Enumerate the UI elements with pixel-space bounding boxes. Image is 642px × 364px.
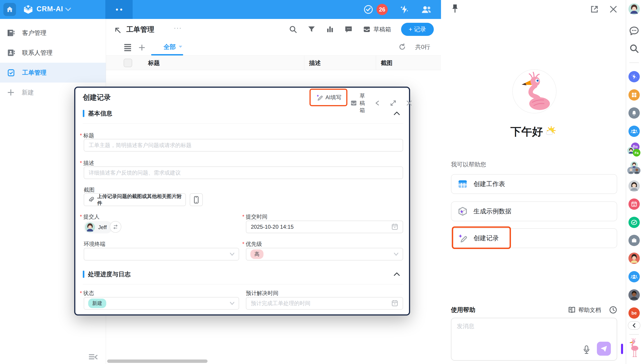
collapse-section-icon[interactable] bbox=[394, 111, 400, 116]
sidebar-item-workorders[interactable]: 工单管理 bbox=[0, 63, 106, 82]
workspace-ro-fa-avatar[interactable]: Ro Fa bbox=[628, 144, 640, 156]
column-header-title[interactable]: 标题 bbox=[148, 59, 160, 67]
required-mark: * bbox=[242, 214, 244, 220]
notification-bell-icon[interactable] bbox=[628, 107, 640, 119]
chat-bubble-icon[interactable] bbox=[629, 26, 640, 36]
briefcase-app-icon[interactable] bbox=[628, 235, 640, 246]
close-panel-icon[interactable] bbox=[609, 5, 618, 14]
add-view-icon[interactable] bbox=[138, 44, 146, 52]
required-mark: * bbox=[80, 290, 82, 296]
required-mark: * bbox=[80, 132, 82, 138]
notification-badge[interactable]: 26 bbox=[376, 4, 388, 15]
title-input[interactable] bbox=[84, 139, 403, 152]
ai-fill-button-highlighted[interactable]: AI填写 bbox=[310, 89, 348, 106]
column-header-shot[interactable]: 截图 bbox=[381, 59, 392, 67]
section-progress-title: 处理进度与日志 bbox=[88, 270, 130, 278]
help-doc-link[interactable]: 帮助文档 bbox=[568, 306, 601, 314]
view-more-menu[interactable]: ··· bbox=[174, 24, 182, 32]
team-group-icon-2[interactable] bbox=[628, 271, 640, 282]
submit-time-input[interactable] bbox=[246, 220, 403, 233]
collapse-section-icon[interactable] bbox=[394, 272, 400, 276]
more-tab-icon bbox=[116, 8, 118, 10]
env-select[interactable] bbox=[84, 248, 239, 260]
sidebar-item-contacts[interactable]: 联系人管理 bbox=[0, 43, 106, 63]
submitter-chip[interactable]: Jeff bbox=[84, 221, 112, 234]
view-list-icon[interactable] bbox=[124, 44, 132, 52]
badge-be-app[interactable]: be bbox=[628, 308, 640, 319]
app-switcher-caret-icon[interactable] bbox=[65, 7, 71, 12]
action-generate-sample-data[interactable]: 生成示例数据 bbox=[451, 202, 617, 221]
flamingo-mascot-small[interactable] bbox=[628, 338, 640, 359]
app-name[interactable]: CRM-AI bbox=[36, 5, 63, 13]
ai-lightning-icon[interactable] bbox=[400, 4, 410, 14]
status-select[interactable]: 新建 bbox=[84, 297, 239, 310]
refresh-icon[interactable] bbox=[398, 43, 406, 51]
swap-user-button[interactable] bbox=[110, 221, 121, 233]
group-avatar-cluster[interactable] bbox=[628, 162, 640, 174]
open-in-new-icon[interactable] bbox=[590, 5, 599, 14]
modal-draftbox-button[interactable]: 草稿箱 bbox=[350, 92, 365, 114]
calendar-day-app-icon[interactable]: 20 bbox=[628, 198, 640, 210]
upload-label: 上传记录问题的截图或其他相关图片附件 bbox=[97, 193, 182, 206]
ai-bolt-app-icon[interactable] bbox=[628, 71, 640, 82]
select-all-checkbox[interactable] bbox=[124, 59, 132, 67]
mobile-upload-button[interactable] bbox=[190, 193, 203, 206]
action-create-worksheet[interactable]: 创建工作表 bbox=[451, 174, 617, 194]
new-record-button[interactable]: + 记录 bbox=[401, 23, 434, 36]
message-input[interactable] bbox=[457, 322, 583, 349]
tab-all[interactable]: 全部 bbox=[164, 43, 182, 51]
task-check-icon[interactable] bbox=[364, 4, 373, 14]
close-icon[interactable] bbox=[406, 100, 413, 107]
cube-sparkle-icon bbox=[458, 206, 468, 216]
column-divider[interactable] bbox=[304, 56, 304, 70]
desc-input[interactable] bbox=[84, 166, 403, 179]
filter-icon[interactable] bbox=[307, 25, 316, 34]
draftbox-icon bbox=[350, 100, 357, 107]
approval-check-icon[interactable] bbox=[628, 217, 640, 228]
view-title: 工单管理 bbox=[126, 25, 154, 34]
rail-search-icon[interactable] bbox=[629, 43, 639, 54]
collapse-sidebar-icon[interactable] bbox=[89, 354, 98, 361]
member-avatar-woman[interactable] bbox=[628, 180, 640, 192]
sidebar-item-customers[interactable]: 客户管理 bbox=[0, 23, 106, 43]
sidebar-item-label: 客户管理 bbox=[22, 29, 46, 37]
section-basic-title: 基本信息 bbox=[88, 110, 112, 118]
column-header-desc[interactable]: 描述 bbox=[309, 59, 321, 67]
member-avatar-man[interactable] bbox=[628, 289, 640, 301]
horizontal-scrollbar[interactable] bbox=[107, 360, 208, 363]
field-label-submitter: *提交人 bbox=[80, 213, 100, 220]
calendar-icon[interactable] bbox=[392, 223, 398, 230]
greeting: 下午好 bbox=[441, 124, 626, 139]
sidebar-item-label: 联系人管理 bbox=[22, 49, 52, 57]
history-clock-icon[interactable] bbox=[609, 306, 617, 314]
submitter-avatar bbox=[85, 222, 95, 232]
chart-icon[interactable] bbox=[326, 25, 334, 34]
apps-grid-icon[interactable] bbox=[628, 89, 640, 100]
priority-select[interactable]: 高 bbox=[246, 248, 403, 260]
home-button[interactable] bbox=[4, 3, 16, 16]
create-record-annotation-box bbox=[452, 226, 511, 249]
column-divider[interactable] bbox=[376, 56, 376, 70]
members-icon[interactable] bbox=[421, 4, 432, 14]
upload-screenshot-button[interactable]: 上传记录问题的截图或其他相关图片附件 bbox=[84, 193, 186, 206]
divider bbox=[629, 334, 639, 335]
search-icon[interactable] bbox=[289, 25, 297, 34]
field-label-screenshot: 截图 bbox=[84, 186, 94, 194]
team-group-icon[interactable] bbox=[628, 126, 640, 137]
required-mark: * bbox=[242, 241, 244, 247]
share-icon[interactable] bbox=[374, 100, 381, 106]
collapse-rail-button[interactable] bbox=[628, 321, 640, 330]
eta-input[interactable] bbox=[246, 297, 403, 310]
mic-icon[interactable] bbox=[583, 345, 590, 354]
expand-icon[interactable] bbox=[390, 100, 396, 106]
pin-icon[interactable] bbox=[450, 4, 460, 14]
member-avatar-boy[interactable] bbox=[628, 252, 640, 264]
user-avatar[interactable] bbox=[628, 4, 640, 15]
calendar-icon[interactable] bbox=[392, 300, 398, 306]
more-apps-tab[interactable] bbox=[105, 0, 133, 19]
collapse-view-arrow-icon[interactable] bbox=[114, 26, 122, 34]
drag-indicator[interactable] bbox=[621, 344, 623, 354]
send-button[interactable] bbox=[597, 342, 611, 356]
comment-icon[interactable] bbox=[344, 25, 353, 34]
draftbox-button[interactable]: 草稿箱 bbox=[363, 25, 391, 34]
